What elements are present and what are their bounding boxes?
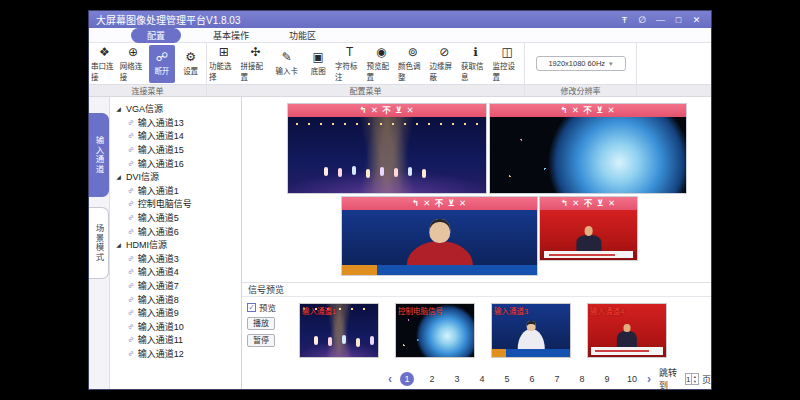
video-window-toolbar[interactable]: ↰ ✕ 不 ⊻ ✕ [490, 104, 686, 117]
tree-node[interactable]: ◢ ∞ 控制电脑信号 [115, 197, 239, 211]
edge-mask-button[interactable]: ⊘ 边缘屏蔽 [430, 45, 460, 83]
jump-to-page: 跳转到 1 ▴ ▾ 页 [659, 366, 711, 392]
splice-config-button[interactable]: ✣ 拼接配置 [241, 45, 271, 83]
next-page-arrow[interactable]: › [647, 372, 651, 386]
toolbar-button-label: 拼接配置 [241, 60, 271, 82]
preview-controls: ✓ 预览 播放 暂停 [247, 301, 289, 369]
tree-node-label: 输入通道15 [138, 143, 184, 156]
tree-node[interactable]: ◢ ∞ 输入通道8 [115, 292, 239, 306]
tab-basic-operation[interactable]: 基本操作 [205, 28, 257, 43]
link-icon: ∞ [126, 185, 136, 195]
tree-node[interactable]: ◢ ∞ VGA信源 [115, 102, 239, 116]
tree-node[interactable]: ◢ ∞ 输入通道11 [115, 333, 239, 347]
video-window-podium[interactable]: ↰ ✕ 不 ⊻ ✕ [539, 196, 638, 261]
link-icon: ∞ [126, 158, 136, 168]
toolbar-button-label: 断开 [154, 65, 169, 76]
page-list: 1 2 3 4 5 6 7 [400, 372, 639, 386]
preview-checkbox-row: ✓ 预览 [247, 301, 289, 313]
skin-icon[interactable]: ∅ [635, 13, 650, 26]
preview-checkbox[interactable]: ✓ [247, 303, 256, 312]
tab-function-area[interactable]: 功能区 [281, 28, 324, 43]
thumbnail-strip: 输入通道1 控制电脑信号 输入通道3 [299, 301, 667, 369]
thumbnail-control-pc[interactable]: 控制电脑信号 [395, 303, 475, 358]
tree-node[interactable]: ◢ ∞ 输入通道4 [115, 265, 239, 279]
video-window-toolbar[interactable]: ↰ ✕ 不 ⊻ ✕ [342, 197, 537, 210]
jump-page-input[interactable]: 1 ▴ ▾ [685, 373, 699, 385]
spin-down-icon[interactable]: ▾ [692, 379, 698, 384]
tree-node[interactable]: ◢ ∞ 输入通道15 [115, 143, 239, 157]
page-number[interactable]: 7 [550, 372, 564, 386]
page-number[interactable]: 8 [575, 372, 589, 386]
caption-bar [591, 347, 663, 354]
page-number[interactable]: 9 [600, 372, 614, 386]
tab-config[interactable]: 配置 [131, 28, 181, 43]
tree-node[interactable]: ◢ ∞ 输入通道6 [115, 224, 239, 238]
tree-node[interactable]: ◢ ∞ 输入通道5 [115, 211, 239, 225]
page-number[interactable]: 2 [425, 372, 439, 386]
network-connect-button[interactable]: ⊕ 网络连接 [120, 45, 147, 83]
window-title: 大屏幕图像处理管理平台V1.8.03 [96, 12, 240, 27]
tab-input-channels[interactable]: 输入通道 [89, 113, 109, 197]
serial-connect-button[interactable]: ❖ 串口连接 [91, 45, 118, 83]
prev-page-arrow[interactable]: ‹ [388, 372, 392, 386]
toolbar-button-icon: ☍ [156, 51, 168, 64]
pause-button[interactable]: 暂停 [247, 334, 275, 347]
page-number[interactable]: 10 [625, 372, 639, 386]
settings-button[interactable]: ⚙ 设置 [177, 45, 204, 83]
pin-icon[interactable]: Ŧ [617, 13, 632, 26]
resolution-dropdown[interactable]: 1920x1080 60Hz ▾ [536, 56, 626, 71]
tree-node[interactable]: ◢ ∞ 输入通道10 [115, 320, 239, 334]
video-window-news[interactable]: ↰ ✕ 不 ⊻ ✕ [341, 196, 538, 276]
get-info-button[interactable]: ℹ 获取信息 [461, 45, 491, 83]
video-window-toolbar[interactable]: ↰ ✕ 不 ⊻ ✕ [540, 197, 637, 210]
resolution-value: 1920x1080 60Hz [548, 59, 605, 68]
jump-spinner[interactable]: ▴ ▾ [691, 374, 698, 384]
base-image-button[interactable]: ▣ 底图 [304, 45, 334, 83]
toolbar-button-label: 网络连接 [120, 60, 147, 82]
thumbnail-input-1[interactable]: 输入通道1 [299, 303, 379, 358]
connect-group-label: 连接菜单 [89, 84, 206, 96]
preview-config-button[interactable]: ◉ 预览配置 [367, 45, 397, 83]
content-panel: ↰ ✕ 不 ⊻ ✕ ↰ ✕ 不 ⊻ ✕ ↰ ✕ 不 ⊻ ✕ [242, 97, 711, 389]
maximize-icon[interactable]: □ [671, 13, 686, 26]
tree-node[interactable]: ◢ ∞ 输入通道16 [115, 156, 239, 170]
title-bar[interactable]: 大屏幕图像处理管理平台V1.8.03 Ŧ ∅ — □ ✕ [89, 11, 711, 28]
tree-node[interactable]: ◢ ∞ 输入通道13 [115, 116, 239, 130]
thumbnail-input-4[interactable]: 输入通道4 [587, 303, 667, 358]
video-window-bubble[interactable]: ↰ ✕ 不 ⊻ ✕ [489, 103, 687, 194]
video-window-stage[interactable]: ↰ ✕ 不 ⊻ ✕ [287, 103, 487, 194]
tree-node[interactable]: ◢ ∞ 输入通道1 [115, 184, 239, 198]
disconnect-button[interactable]: ☍ 断开 [149, 45, 176, 83]
text-annotation-button[interactable]: T 字符标注 [335, 45, 365, 83]
config-group-label: 配置菜单 [207, 84, 524, 96]
tree-node[interactable]: ◢ ∞ 输入通道12 [115, 347, 239, 361]
tree-node-label: 输入通道13 [138, 116, 184, 129]
tree-node[interactable]: ◢ ∞ 输入通道3 [115, 252, 239, 266]
thumbnail-input-3[interactable]: 输入通道3 [491, 303, 571, 358]
monitor-settings-button[interactable]: ◫ 监控设置 [493, 45, 523, 83]
thumbnail-label: 控制电脑信号 [398, 305, 443, 316]
page-number[interactable]: 5 [500, 372, 514, 386]
minimize-icon[interactable]: — [653, 13, 668, 26]
expand-arrow-icon: ◢ [115, 105, 122, 112]
tree-node[interactable]: ◢ ∞ DVI信源 [115, 170, 239, 184]
tree-node-label: 输入通道11 [138, 333, 183, 346]
tree-node[interactable]: ◢ ∞ 输入通道14 [115, 129, 239, 143]
caption-bar [342, 265, 537, 275]
function-select-button[interactable]: ⊞ 功能选择 [209, 45, 239, 83]
page-number[interactable]: 6 [525, 372, 539, 386]
page-number[interactable]: 4 [475, 372, 489, 386]
color-adjust-button[interactable]: ⊚ 颜色调整 [398, 45, 428, 83]
input-card-button[interactable]: ✎ 输入卡 [272, 45, 302, 83]
close-icon[interactable]: ✕ [689, 13, 704, 26]
play-button[interactable]: 播放 [247, 317, 275, 330]
page-number[interactable]: 3 [450, 372, 464, 386]
tree-node[interactable]: ◢ ∞ HDMI信源 [115, 238, 239, 252]
tab-scene-mode[interactable]: 场景模式 [89, 207, 109, 279]
toolbar-button-label: 获取信息 [461, 60, 491, 82]
video-window-toolbar[interactable]: ↰ ✕ 不 ⊻ ✕ [288, 104, 486, 117]
page-number[interactable]: 1 [400, 372, 414, 386]
tree-node[interactable]: ◢ ∞ 输入通道7 [115, 279, 239, 293]
screen: 大屏幕图像处理管理平台V1.8.03 Ŧ ∅ — □ ✕ 配置 [0, 0, 800, 400]
tree-node[interactable]: ◢ ∞ 输入通道9 [115, 306, 239, 320]
